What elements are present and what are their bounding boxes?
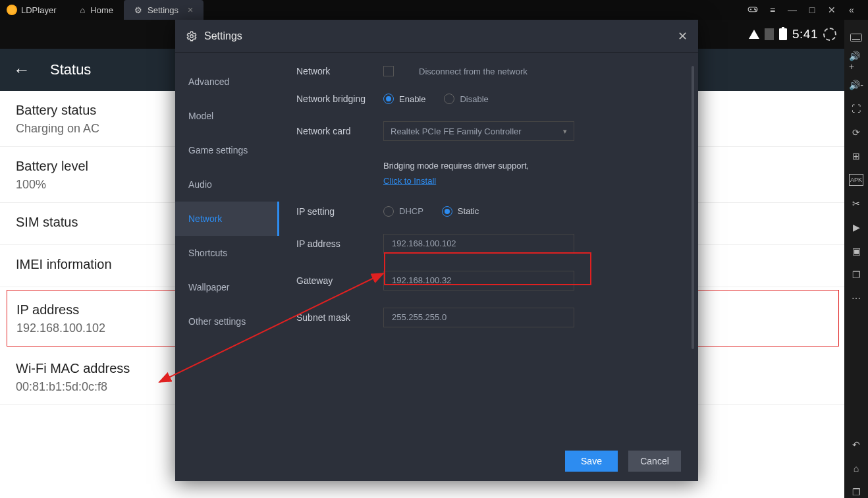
- right-toolbar: 🔊+ 🔊- ⛶ ⟳ ⊞ APK ✂ ▶ ▣ ❐ ⋯ ↶ ⌂ ❐: [844, 20, 868, 498]
- sidebar-item-audio[interactable]: Audio: [175, 167, 279, 202]
- radio-circle-icon: [383, 206, 394, 217]
- radio-label: Enable: [399, 94, 425, 104]
- svg-point-3: [754, 9, 755, 9]
- disconnect-checkbox[interactable]: [383, 66, 394, 76]
- scissors-icon[interactable]: ✂: [849, 198, 863, 209]
- loading-icon: [823, 28, 836, 41]
- tab-label: Settings: [148, 5, 178, 15]
- settings-footer: Save Cancel: [175, 441, 698, 481]
- svg-rect-6: [852, 39, 860, 40]
- ip-address-label: IP address: [296, 238, 383, 249]
- ldplayer-logo-icon: [7, 5, 17, 15]
- nav-recent-icon[interactable]: ❐: [849, 486, 863, 498]
- sidebar-item-wallpaper[interactable]: Wallpaper: [175, 270, 279, 304]
- add-icon[interactable]: ⊞: [849, 150, 863, 162]
- network-card-select[interactable]: Realtek PCIe FE Family Controller ▾: [383, 121, 574, 141]
- sidebar-item-game-settings[interactable]: Game settings: [175, 133, 279, 167]
- disconnect-label: Disconnect from the network: [419, 67, 528, 76]
- battery-icon: [779, 28, 787, 40]
- bridging-enable-radio[interactable]: Enable: [383, 94, 425, 104]
- settings-content: Network Disconnect from the network Netw…: [279, 53, 698, 441]
- subnet-input[interactable]: [383, 308, 574, 327]
- back-arrow-icon[interactable]: ←: [13, 60, 30, 80]
- tab-settings[interactable]: ⚙ Settings ×: [124, 0, 203, 20]
- bridging-label: Network bridging: [296, 94, 383, 104]
- sidebar-item-advanced[interactable]: Advanced: [175, 65, 279, 99]
- gateway-label: Gateway: [296, 275, 383, 286]
- bridging-helper: Bridging mode requires driver support, C…: [383, 158, 529, 189]
- sidebar-item-other-settings[interactable]: Other settings: [175, 304, 279, 339]
- no-sim-icon: [765, 28, 774, 40]
- ip-dhcp-radio[interactable]: DHCP: [383, 206, 423, 217]
- app-titlebar: LDPlayer ⌂ Home ⚙ Settings × ≡ — □ ✕ «: [0, 0, 868, 20]
- home-icon: ⌂: [80, 5, 85, 15]
- multi-window-icon[interactable]: ❐: [849, 269, 863, 281]
- settings-header: Settings ✕: [175, 20, 698, 53]
- nav-home-icon[interactable]: ⌂: [849, 462, 863, 474]
- screenshot-icon[interactable]: ▣: [849, 245, 863, 257]
- radio-circle-icon: [442, 206, 452, 217]
- radio-label: Disable: [460, 94, 488, 104]
- menu-icon[interactable]: ≡: [763, 5, 782, 15]
- video-icon[interactable]: ▶: [849, 221, 863, 233]
- sidebar-item-model[interactable]: Model: [175, 99, 279, 133]
- brand-label: LDPlayer: [21, 5, 56, 15]
- tab-home[interactable]: ⌂ Home: [69, 0, 124, 20]
- settings-sidebar: Advanced Model Game settings Audio Netwo…: [175, 53, 279, 441]
- close-icon[interactable]: ✕: [678, 29, 688, 43]
- collapse-sidebar-icon[interactable]: «: [842, 5, 861, 15]
- brand: LDPlayer: [7, 5, 69, 15]
- keyboard-icon[interactable]: [849, 32, 863, 43]
- svg-rect-5: [851, 34, 862, 42]
- subnet-label: Subnet mask: [296, 312, 383, 323]
- fullscreen-icon[interactable]: ⛶: [849, 103, 863, 115]
- wifi-icon: [749, 30, 759, 39]
- nav-back-icon[interactable]: ↶: [849, 439, 863, 451]
- card-label: Network card: [296, 126, 383, 136]
- select-value: Realtek PCIe FE Family Controller: [391, 126, 522, 136]
- maximize-button[interactable]: □: [802, 5, 822, 15]
- gear-icon: [186, 30, 198, 42]
- ip-static-radio[interactable]: Static: [442, 206, 479, 217]
- sidebar-item-shortcuts[interactable]: Shortcuts: [175, 236, 279, 270]
- close-button[interactable]: ✕: [822, 5, 842, 15]
- ip-setting-label: IP setting: [296, 206, 383, 217]
- radio-circle-icon: [444, 94, 454, 104]
- sync-icon[interactable]: ⟳: [849, 126, 863, 138]
- clock: 5:41: [792, 27, 818, 42]
- tab-label: Home: [90, 5, 113, 15]
- page-title: Status: [50, 61, 91, 78]
- settings-title: Settings: [204, 30, 678, 42]
- settings-modal: Settings ✕ Advanced Model Game settings …: [175, 20, 698, 481]
- gear-icon: ⚙: [134, 5, 142, 15]
- minimize-button[interactable]: —: [782, 5, 802, 15]
- svg-point-4: [755, 9, 756, 10]
- radio-label: Static: [458, 206, 479, 216]
- tab-close-icon[interactable]: ×: [188, 5, 193, 15]
- sidebar-item-network[interactable]: Network: [175, 202, 279, 236]
- apk-icon[interactable]: APK: [849, 174, 863, 186]
- save-button[interactable]: Save: [565, 451, 618, 472]
- gateway-input[interactable]: [383, 271, 574, 290]
- ip-address-input[interactable]: [383, 234, 574, 254]
- volume-down-icon[interactable]: 🔊-: [849, 79, 863, 91]
- network-label: Network: [296, 66, 383, 76]
- gamepad-icon[interactable]: [743, 3, 763, 17]
- more-icon[interactable]: ⋯: [849, 292, 863, 304]
- radio-circle-icon: [383, 94, 394, 104]
- svg-point-7: [190, 34, 194, 38]
- cancel-button[interactable]: Cancel: [628, 451, 681, 472]
- chevron-down-icon: ▾: [563, 127, 567, 136]
- radio-label: DHCP: [399, 206, 423, 216]
- install-link[interactable]: Click to Install: [383, 176, 436, 186]
- scrollbar[interactable]: [692, 66, 694, 349]
- bridging-disable-radio[interactable]: Disable: [444, 94, 488, 104]
- volume-up-icon[interactable]: 🔊+: [849, 55, 863, 67]
